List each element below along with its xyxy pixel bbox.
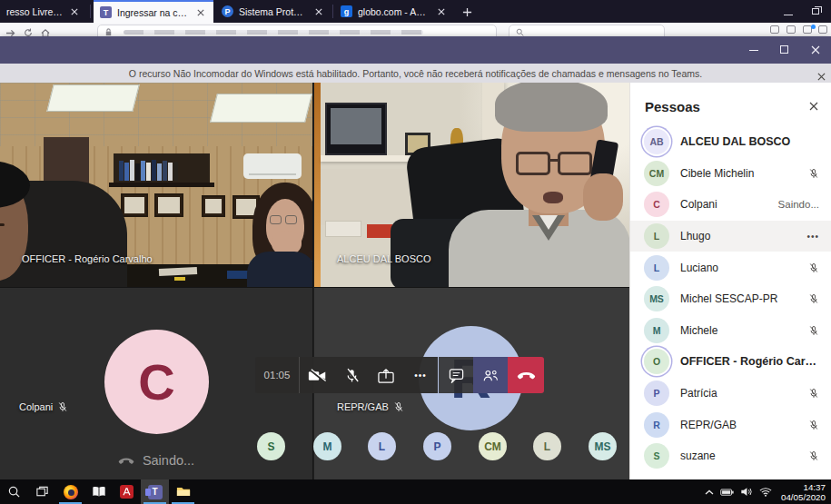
participant-row[interactable]: M Michele [630, 315, 831, 347]
taskbar-clock[interactable]: 14:37 04/05/2020 [778, 482, 826, 502]
video-tile-alceu[interactable]: ALCEU DAL BOSCO [314, 83, 629, 287]
tab-globo[interactable]: g globo.com - Absolutamente tu [334, 0, 454, 23]
mic-toggle-button[interactable] [334, 357, 369, 393]
screen: resso Livre [Expresso Mail] T Ingressar … [0, 0, 831, 504]
tab-protocolo[interactable]: P Sistema Protocolo Integrado [215, 0, 331, 23]
teams-icon: T [148, 485, 163, 499]
camera-toggle-button[interactable] [300, 357, 334, 393]
participant-list: AB ALCEU DAL BOSCO CM Cibele Michelin C … [630, 126, 831, 472]
globo-favicon: g [341, 5, 352, 17]
minimize-button[interactable] [738, 36, 769, 64]
new-tab-button[interactable] [459, 4, 475, 20]
tab-teams-active[interactable]: T Ingressar na conversa [94, 0, 213, 23]
participant-row-hovered[interactable]: L Lhugo ••• [630, 221, 831, 252]
participant-row[interactable]: O OFFICER - Rogério Carvalho [630, 346, 831, 378]
tab-expresso[interactable]: resso Livre [Expresso Mail] [0, 0, 87, 23]
window-controls [738, 36, 831, 64]
sidebar-icon[interactable] [818, 25, 827, 34]
participant-name: Cibele Michelin [680, 167, 808, 180]
system-tray: 14:37 04/05/2020 [705, 479, 831, 504]
row-more-menu-icon[interactable]: ••• [806, 232, 819, 242]
share-screen-button[interactable] [369, 357, 403, 393]
maximize-button[interactable] [769, 36, 800, 64]
tab-title: resso Livre [Expresso Mail] [6, 6, 63, 17]
tab-separator [332, 5, 333, 18]
mic-off-icon [808, 262, 819, 273]
tab-title: Sistema Protocolo Integrado [239, 6, 307, 17]
participant-row[interactable]: P Patrícia [630, 378, 831, 410]
air-conditioner [243, 153, 302, 179]
participant-row[interactable]: R REPR/GAB [630, 409, 831, 440]
avatar: CM [644, 161, 669, 186]
avatar: AB [644, 129, 669, 154]
participant-avatar[interactable]: P [423, 432, 451, 460]
tray-chevron-icon[interactable] [705, 489, 714, 495]
share-screen-icon [378, 368, 394, 383]
participant-row[interactable]: S suzane [630, 440, 831, 472]
hangup-icon [517, 370, 536, 381]
tab-close-icon[interactable] [435, 5, 448, 18]
taskbar-acrobat[interactable] [113, 479, 141, 504]
participant-name: REPR/GAB [337, 401, 389, 412]
participant-row[interactable]: CM Cibele Michelin [630, 158, 831, 190]
participant-avatar[interactable]: MS [589, 432, 617, 460]
mic-off-icon [344, 368, 360, 383]
show-participants-button[interactable] [473, 357, 508, 393]
participant-name: OFFICER - Rogério Carvalho [680, 355, 819, 368]
taskbar-reader-app[interactable] [84, 479, 113, 504]
participant-row[interactable]: L Luciano [630, 252, 831, 283]
avatar: M [644, 318, 669, 343]
video-tile-officer[interactable]: OFFICER - Rogério Carvalho [0, 83, 313, 287]
chat-button[interactable] [439, 357, 473, 393]
participant-name: Michel SESCAP-PR [680, 292, 808, 305]
wall-frame [121, 193, 148, 217]
extension-icon[interactable] [770, 25, 779, 34]
browser-minimize-button[interactable] [784, 7, 795, 16]
tab-close-icon[interactable] [194, 6, 207, 19]
search-icon [516, 28, 524, 36]
bookshelf [114, 153, 210, 183]
avatar: MS [644, 286, 669, 311]
participant-avatar[interactable]: CM [479, 432, 507, 460]
participant-row[interactable]: MS Michel SESCAP-PR [630, 283, 831, 315]
participant-row[interactable]: C Colpani Saindo... [630, 189, 831, 221]
participant-avatar[interactable]: S [257, 432, 285, 460]
book-icon [92, 486, 106, 498]
close-button[interactable] [800, 36, 831, 64]
banner-text: O recurso Não Incomodar do Windows está … [129, 68, 702, 79]
avatar: P [644, 380, 669, 406]
browser-restore-button[interactable] [811, 7, 822, 16]
participant-name: ALCEU DAL BOSCO [680, 135, 819, 148]
tab-close-icon[interactable] [68, 5, 81, 18]
wifi-icon[interactable] [759, 487, 772, 497]
task-view-button[interactable] [28, 479, 56, 504]
more-options-button[interactable]: ••• [403, 357, 438, 393]
volume-icon[interactable] [740, 487, 753, 497]
avatar: C [644, 192, 669, 217]
participant-avatar[interactable]: L [533, 432, 561, 460]
taskbar-teams[interactable]: T [141, 479, 169, 504]
hang-up-button[interactable] [508, 357, 544, 393]
taskbar-search-button[interactable] [0, 479, 28, 504]
tab-close-icon[interactable] [312, 5, 325, 18]
avatar-initial: C [138, 352, 174, 411]
firefox-icon [64, 485, 78, 499]
participant-row[interactable]: AB ALCEU DAL BOSCO [630, 126, 831, 158]
participant-avatar[interactable]: L [368, 432, 396, 460]
shelf-box [325, 221, 361, 237]
people-panel-header: Pessoas [630, 83, 831, 124]
woman-glasses [285, 215, 297, 224]
glasses [516, 152, 550, 175]
teams-titlebar[interactable] [0, 36, 831, 64]
lock-icon [104, 28, 113, 36]
extension-icon[interactable] [786, 25, 796, 34]
tab-title: globo.com - Absolutamente tu [358, 6, 430, 17]
participant-name: suzane [680, 450, 808, 462]
battery-icon[interactable] [720, 488, 734, 497]
taskbar-explorer[interactable] [169, 479, 197, 504]
taskbar-firefox[interactable] [56, 479, 84, 504]
notification-dot [811, 25, 816, 29]
people-panel-close-icon[interactable] [809, 98, 818, 114]
participant-avatar[interactable]: M [313, 432, 341, 460]
dnd-notification-banner: O recurso Não Incomodar do Windows está … [0, 64, 831, 83]
